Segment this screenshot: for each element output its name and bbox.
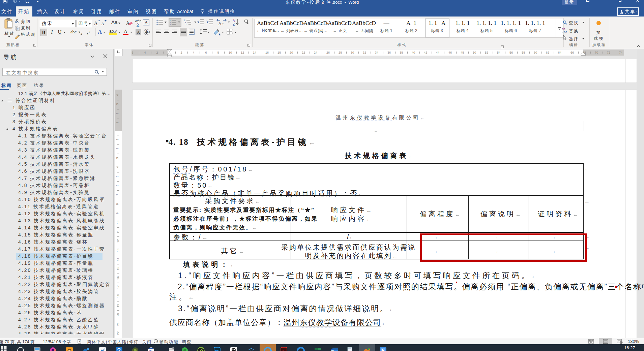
svg-text:ac: ac bbox=[564, 30, 567, 33]
svg-text:i: i bbox=[186, 23, 186, 25]
svg-text:A: A bbox=[233, 19, 235, 23]
svg-text:3: 3 bbox=[170, 24, 171, 26]
svg-text:Ps: Ps bbox=[215, 349, 219, 351]
svg-text:Z: Z bbox=[233, 23, 235, 26]
svg-text:W: W bbox=[331, 349, 334, 351]
svg-text:A: A bbox=[101, 21, 105, 26]
svg-text:A: A bbox=[282, 349, 285, 351]
svg-text:✕: ✕ bbox=[79, 340, 81, 343]
svg-text:↑: ↑ bbox=[222, 22, 224, 26]
svg-text:A: A bbox=[94, 20, 98, 27]
svg-text:ab: ab bbox=[109, 29, 114, 34]
svg-text:文: 文 bbox=[136, 23, 140, 27]
svg-text:A: A bbox=[124, 29, 127, 34]
svg-text:hp: hp bbox=[149, 349, 152, 351]
svg-text:?: ? bbox=[156, 340, 158, 344]
svg-text:A: A bbox=[218, 22, 221, 26]
